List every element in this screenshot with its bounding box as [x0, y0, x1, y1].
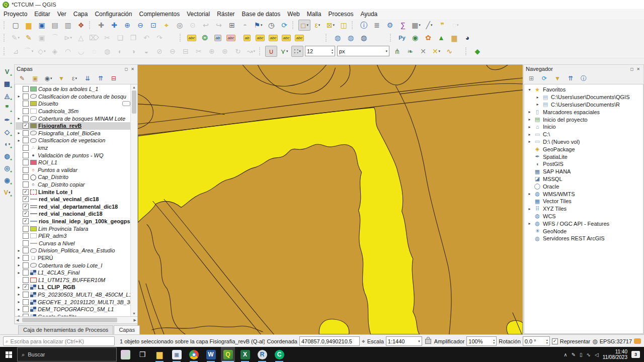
layer-checkbox[interactable]: ✓	[23, 204, 29, 210]
network-icon[interactable]: ∿	[587, 352, 591, 357]
browser-item[interactable]: ▸▤C:\Users\user\Documents\R	[525, 101, 642, 109]
layer-row[interactable]: ▸Cobertura de suelo Lote_I	[16, 261, 130, 269]
layer-row[interactable]: ROI_L1	[16, 159, 130, 166]
move-label[interactable]: abc	[267, 32, 279, 43]
zoom-full[interactable]: ⊡	[147, 20, 159, 31]
layer-checkbox[interactable]: ✓	[23, 211, 29, 217]
add-postgis-layer[interactable]: ◖+▾	[2, 139, 13, 149]
layer-checkbox[interactable]	[23, 101, 29, 107]
remove-layer[interactable]: ⊟	[108, 73, 119, 83]
magnifier-spinner[interactable]: 100%▴▾	[466, 336, 497, 346]
expand-arrow-icon[interactable]: ▸	[17, 131, 21, 135]
rotation-spinner[interactable]: 0.0 °▴▾	[523, 336, 550, 346]
scroll-right-icon[interactable]: ▶	[134, 318, 136, 322]
filter-by-expression[interactable]: ε▾	[69, 73, 80, 83]
browser-item[interactable]: ✒SpatiaLite	[525, 153, 642, 160]
browser-item[interactable]: ◯Oracle	[525, 183, 642, 190]
layer-checkbox[interactable]	[23, 292, 29, 298]
layer-checkbox[interactable]	[23, 306, 29, 312]
new-shapefile-layer[interactable]: V+▾	[2, 187, 13, 198]
deselect-features[interactable]: ⊠▾	[325, 20, 337, 31]
browser-item[interactable]: ▦SAP HANA	[525, 168, 642, 175]
layer-row[interactable]: Curvas a Nivel	[16, 239, 130, 247]
snapping-tolerance[interactable]: 12▴▾	[305, 46, 335, 56]
layer-checkbox[interactable]: ✓	[23, 123, 29, 129]
python-console[interactable]: Py	[396, 32, 408, 43]
expand-arrow-icon[interactable]: ▸	[17, 116, 21, 121]
layer-checkbox[interactable]	[23, 226, 29, 232]
shape-digitizing[interactable]: ◆	[471, 46, 484, 57]
browser-item[interactable]: ◍WCS	[525, 213, 642, 220]
layer-row[interactable]: ✓rios_lineal_idep_ign_100k_geogpsper	[16, 218, 130, 225]
expand-arrow-icon[interactable]: ▸	[17, 292, 21, 297]
add-mesh-layer[interactable]: ◬+	[2, 90, 13, 101]
menu-web[interactable]: Web	[284, 11, 303, 18]
layer-checkbox[interactable]	[23, 174, 29, 180]
layer-checkbox[interactable]	[23, 86, 29, 92]
new-project[interactable]: ▢	[10, 20, 22, 31]
layer-checkbox[interactable]	[23, 255, 29, 261]
snapping-tolerance-type[interactable]: ∷▾	[291, 46, 303, 57]
layer-row[interactable]: Cuadricola_35m	[16, 108, 130, 115]
select-by-value[interactable]: ◫	[338, 20, 350, 31]
layer-checkbox[interactable]: ✓	[23, 189, 29, 195]
enable-snapping[interactable]: ∪	[265, 46, 277, 57]
select-features[interactable]: ◻▾	[298, 20, 310, 31]
notification-center-icon[interactable]: 3	[631, 351, 640, 358]
tab-caja-de-herramientas-de-procesos[interactable]: Caja de herramientas de Procesos	[18, 325, 113, 334]
layer-checkbox[interactable]	[23, 145, 29, 151]
volume-icon[interactable]: ◁	[595, 352, 599, 357]
pan-to-selection[interactable]: ✚	[108, 20, 120, 31]
scroll-up-icon[interactable]: ▲	[131, 85, 137, 89]
web-globe-2[interactable]: ◍	[345, 32, 357, 43]
add-delimited-text-layer[interactable]: ❞+	[2, 103, 13, 113]
browser-item[interactable]: ▸◍WMS/WMTS	[525, 190, 642, 198]
new-map-view[interactable]: ⊞	[226, 20, 238, 31]
layer-row[interactable]: PER_adm3	[16, 232, 130, 240]
layer-checkbox[interactable]	[23, 130, 29, 136]
layer-row[interactable]: Disuelto	[16, 100, 130, 108]
add-selected-layers[interactable]: ⊞	[526, 73, 537, 83]
coordinate-input[interactable]: 470857.0,9490210.5	[299, 336, 360, 346]
scale-combobox[interactable]: 1:1440▾	[386, 336, 422, 346]
layer-checkbox[interactable]	[23, 116, 29, 122]
layer-row[interactable]: Copa de los arboles L_1	[16, 85, 130, 93]
layer-row[interactable]: ▸Fisiografia_Lotel_BioGea	[16, 130, 130, 137]
zoom-to-layer[interactable]: ◎	[174, 20, 186, 31]
plugin-globe-green[interactable]: ◉	[409, 32, 421, 43]
temporal-controller[interactable]: ◷	[265, 20, 277, 31]
layer-row[interactable]: ✓red_vial_nacional_dic18	[16, 210, 130, 218]
plugin-terrain[interactable]: ▲	[435, 32, 447, 43]
messages-icon[interactable]	[634, 338, 641, 344]
expand-arrow-icon[interactable]: ▸	[527, 125, 532, 129]
layer-row[interactable]: ▸❏PERÚ	[16, 254, 130, 262]
map-canvas[interactable]	[137, 64, 523, 334]
scroll-left-icon[interactable]: ◀	[16, 318, 19, 322]
filter-browser[interactable]: ▼	[552, 73, 563, 83]
panel-close-icon[interactable]: ✕	[129, 67, 136, 71]
zoom-to-selection[interactable]: ⌖	[160, 20, 173, 31]
layer-checkbox[interactable]	[23, 233, 29, 239]
pen-tray-icon[interactable]: ✎	[572, 352, 576, 357]
hidden-icons-chevron[interactable]: ∧	[564, 352, 567, 357]
layer-checkbox[interactable]	[23, 94, 29, 100]
menu-ver[interactable]: Ver	[54, 11, 70, 18]
expand-arrow-icon[interactable]: ▸	[17, 94, 21, 99]
browser-item[interactable]: ▸◍WFS / OGC API - Features	[525, 220, 642, 227]
layer-checkbox[interactable]	[23, 247, 29, 253]
refresh-map[interactable]: ⟳	[278, 20, 290, 31]
pin-unpin-labels[interactable]: ab	[241, 32, 253, 43]
open-layer-styling[interactable]: ✎	[17, 73, 28, 83]
tab-capas[interactable]: Capas	[114, 325, 140, 334]
menu-capa[interactable]: Capa	[70, 11, 92, 18]
menu-procesos[interactable]: Procesos	[325, 11, 357, 18]
panel-float-icon[interactable]: ◻	[123, 67, 130, 71]
show-hide-labels[interactable]: abc	[254, 32, 266, 43]
zoom-in[interactable]: ⊕	[121, 20, 133, 31]
scroll-down-icon[interactable]: ▼	[131, 312, 137, 315]
layer-row[interactable]: ✓Limite Lote_I	[16, 188, 130, 196]
sum-statistics[interactable]: ∑	[397, 20, 409, 31]
layer-row[interactable]: ∴kmz	[16, 144, 130, 152]
change-label[interactable]: abc	[293, 32, 305, 43]
expand-arrow-icon[interactable]: ▸	[527, 132, 532, 137]
